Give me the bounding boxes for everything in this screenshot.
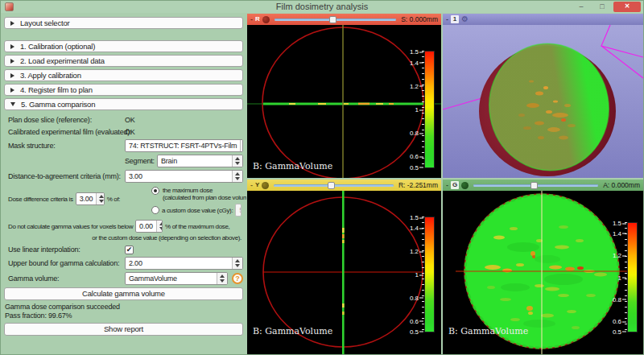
pin-icon[interactable]: -: [250, 15, 253, 23]
max-dose-radio[interactable]: [151, 187, 159, 195]
spinner-arrows[interactable]: [232, 171, 242, 182]
section-register-film[interactable]: 4. Register film to plan: [4, 84, 243, 96]
pin-icon[interactable]: -: [446, 181, 448, 189]
colorbar-tick: 1: [415, 271, 419, 279]
spin-up-icon[interactable]: [235, 157, 240, 160]
eye-icon[interactable]: [262, 16, 270, 23]
slice-offset-slider[interactable]: [274, 181, 394, 189]
yellow-slice-controller: - Y R: -2.251mm: [247, 180, 441, 191]
threshold-prefix: Do not calculate gamma values for voxels…: [8, 223, 133, 230]
colorbar-tick: 1.4: [410, 225, 419, 232]
spinner-arrows[interactable]: [232, 258, 242, 269]
collapsed-arrow-icon: [10, 59, 14, 64]
section-layout-selector[interactable]: Layout selector: [4, 17, 243, 29]
show-report-button[interactable]: Show report: [4, 323, 243, 336]
maximize-button[interactable]: □: [592, 2, 612, 12]
spin-down-icon[interactable]: [220, 279, 225, 283]
spin-up-icon[interactable]: [235, 172, 240, 175]
minimize-button[interactable]: –: [572, 2, 591, 12]
spinner-arrows[interactable]: [96, 193, 104, 204]
gamma-volume-combobox[interactable]: GammaVolume: [125, 272, 228, 285]
max-dose-option-text: the maximum dose (calculated from plan d…: [163, 187, 246, 201]
gamma-colorbar: 1.5 1.4 1.2 1 0.8 0.6 0.5: [604, 222, 638, 332]
spin-up-icon[interactable]: [220, 275, 225, 278]
threshold-row: Do not calculate gamma values for voxels…: [8, 220, 243, 233]
calculate-gamma-button[interactable]: Calculate gamma volume: [4, 287, 243, 300]
gamma-volume-value: GammaVolume: [126, 275, 217, 283]
expanded-arrow-icon: [10, 102, 15, 106]
gear-icon[interactable]: ⚙: [461, 15, 469, 23]
custom-dose-spinbox: 5.00: [235, 204, 242, 217]
section-apply-calibration[interactable]: 3. Apply calibration: [4, 69, 243, 81]
section-gamma-comparison[interactable]: 5. Gamma comparison: [4, 98, 243, 110]
pin-icon[interactable]: -: [250, 181, 253, 189]
custom-dose-value: 5.00: [236, 206, 242, 214]
dose-diff-spinbox[interactable]: 3.00: [76, 192, 105, 205]
max-dose-option[interactable]: the maximum dose (calculated from plan d…: [151, 187, 242, 201]
combo-arrows[interactable]: [217, 273, 227, 284]
custom-dose-radio[interactable]: [151, 206, 159, 214]
collapsed-arrow-icon: [10, 44, 14, 49]
dta-spinbox[interactable]: 3.00: [125, 170, 243, 183]
volume-label: B: GammaVolume: [253, 326, 332, 336]
eye-icon[interactable]: [461, 182, 469, 189]
eye-icon[interactable]: [262, 182, 269, 189]
colorbar-tick: 0.8: [410, 294, 419, 301]
spin-up-icon[interactable]: [99, 195, 104, 198]
interpolation-checkbox[interactable]: ✔: [125, 246, 134, 254]
max-dose-line1: the maximum dose: [163, 187, 213, 194]
slider-handle[interactable]: [530, 182, 538, 189]
gamma-colorbar: 1.5 1.4 1.2 1 0.8 0.6 0.5: [401, 51, 435, 168]
view-letter-badge: Y: [255, 181, 259, 189]
section-load-experimental-data[interactable]: 2. Load experimental data: [4, 55, 243, 67]
segment-row: Segment: Brain: [8, 155, 243, 167]
window-title: Film dosimetry analysis: [1, 2, 643, 11]
gamma-volume-row: Gamma volume: GammaVolume ?: [8, 272, 243, 285]
threed-canvas[interactable]: [443, 25, 643, 178]
spin-down-icon[interactable]: [235, 264, 240, 267]
colorbar-tick: 0.5: [410, 163, 419, 171]
combo-arrows[interactable]: [240, 140, 243, 151]
spin-down-icon[interactable]: [235, 177, 240, 180]
volume-label: B: GammaVolume: [448, 326, 528, 336]
spin-down-icon[interactable]: [159, 227, 163, 230]
custom-dose-option[interactable]: a custom dose value (cGy): 5.00: [151, 204, 242, 217]
spinner-arrows[interactable]: [156, 221, 163, 232]
spin-up-icon[interactable]: [235, 259, 240, 262]
spin-down-icon[interactable]: [99, 200, 104, 203]
colorbar-tick: 1: [415, 106, 419, 114]
dta-value: 3.00: [126, 172, 232, 180]
gamma-volume-label: Gamma volume:: [8, 275, 125, 283]
threshold-spinbox[interactable]: 0.00: [135, 220, 163, 233]
upper-bound-value: 2.00: [126, 259, 232, 267]
slider-handle[interactable]: [329, 16, 336, 23]
segment-combobox[interactable]: Brain: [157, 155, 243, 167]
help-icon[interactable]: ?: [232, 273, 243, 284]
close-button[interactable]: ✕: [613, 2, 641, 12]
view-letter-badge: R: [255, 15, 260, 23]
mask-structure-combobox[interactable]: 74: RTSTRUCT: FSRT-4PTVs-Film: [125, 139, 243, 152]
spin-up-icon[interactable]: [159, 222, 163, 225]
combo-arrows[interactable]: [232, 155, 242, 167]
reference-label: Plan dose slice (reference):: [8, 116, 125, 124]
spin-down-icon[interactable]: [235, 162, 240, 165]
max-dose-line2: (calculated from plan dose volume): [163, 194, 246, 201]
section-calibration[interactable]: 1. Calibration (optional): [4, 40, 243, 52]
section-label: 5. Gamma comparison: [21, 100, 95, 109]
slider-handle[interactable]: [328, 182, 335, 189]
view-letter-badge: 1: [451, 15, 459, 23]
green-slice-controller: - G A: 0.000mm: [443, 180, 643, 191]
slice-offset-slider[interactable]: [473, 181, 598, 189]
section-label: 4. Register film to plan: [20, 85, 93, 94]
dose-diff-suffix: % of:: [107, 196, 120, 203]
slice-offset-slider[interactable]: [275, 15, 396, 23]
segment-label: Segment:: [125, 157, 155, 165]
pin-icon[interactable]: -: [446, 15, 448, 23]
evaluated-status: OK: [125, 128, 243, 136]
upper-bound-spinbox[interactable]: 2.00: [125, 257, 243, 270]
colorbar-tick: 1.5: [613, 220, 621, 227]
gamma-comparison-content: Plan dose slice (reference): OK Calibrat…: [1, 113, 246, 285]
upper-bound-label: Upper bound for gamma calculation:: [8, 259, 125, 267]
interpolation-row: Use linear interpolation: ✔: [8, 245, 243, 254]
colorbar-tick: 1.4: [613, 229, 621, 237]
